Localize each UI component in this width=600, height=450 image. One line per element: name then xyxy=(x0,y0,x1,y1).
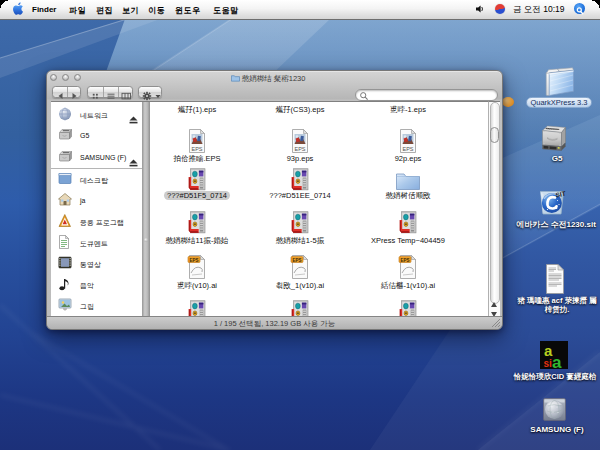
svg-text:SIT: SIT xyxy=(555,190,566,199)
svg-text:EPS: EPS xyxy=(191,146,202,152)
svg-text:EPS: EPS xyxy=(402,146,413,152)
svg-text:EPS: EPS xyxy=(400,258,409,263)
svg-text:si: si xyxy=(544,358,553,369)
svg-text:EPS: EPS xyxy=(294,146,305,152)
svg-text:EPS: EPS xyxy=(292,258,301,263)
svg-text:a: a xyxy=(552,353,562,369)
svg-text:EPS: EPS xyxy=(189,258,198,263)
